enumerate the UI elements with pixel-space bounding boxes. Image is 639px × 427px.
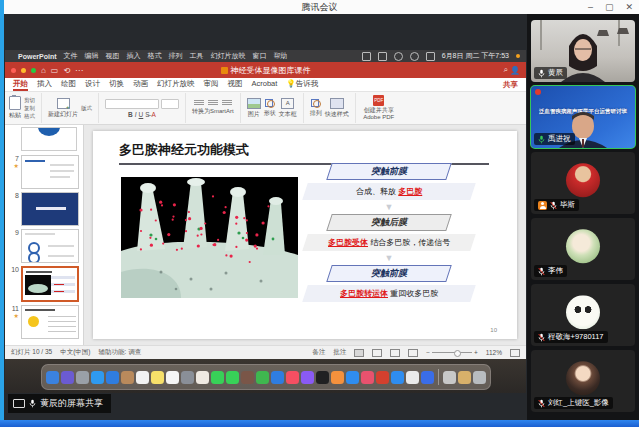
quick-styles-button[interactable]: 快速样式	[325, 98, 349, 119]
mac-menu-插入[interactable]: 插入	[127, 51, 141, 61]
reading-view-icon[interactable]	[390, 349, 400, 357]
mac-app-name[interactable]: PowerPoint	[18, 53, 57, 60]
photo-booth-dock-icon[interactable]	[241, 371, 254, 384]
adobe-pdf-button[interactable]: PDF 创建并共享 Adobe PDF	[362, 95, 396, 121]
format-painter-button[interactable]: 格式	[24, 113, 35, 120]
insert-picture-button[interactable]: 图片	[247, 98, 261, 119]
mac-menu-工具[interactable]: 工具	[190, 51, 204, 61]
fit-slide-icon[interactable]	[510, 349, 520, 357]
notes-dock-icon[interactable]	[151, 371, 164, 384]
control-center-icon[interactable]	[426, 52, 435, 61]
participant-tile-2[interactable]: 泛血管疾病超声医学平台运营研讨班 禹进祝	[531, 86, 635, 148]
chrome-dock-icon[interactable]	[406, 371, 419, 384]
accessibility-indicator[interactable]: 辅助功能: 调查	[99, 348, 142, 357]
slide-thumbnail-9[interactable]: 9	[9, 229, 79, 263]
bold-button[interactable]: B	[128, 111, 133, 118]
podcasts-dock-icon[interactable]	[301, 371, 314, 384]
ppt-tab-视图[interactable]: 视图	[228, 79, 243, 91]
bullet-list-icon[interactable]	[194, 100, 204, 105]
strikethrough-button[interactable]: S̶	[145, 111, 149, 118]
numbered-list-icon[interactable]	[208, 100, 218, 105]
menubar-datetime[interactable]: 6月8日 周二 下午7:53	[442, 51, 509, 61]
new-slide-button[interactable]: 新建幻灯片	[48, 98, 78, 119]
screen-mirroring-icon[interactable]	[362, 52, 371, 61]
copy-button[interactable]: 复制	[24, 105, 35, 112]
mac-menu-文件[interactable]: 文件	[64, 51, 78, 61]
align-icon[interactable]	[222, 100, 232, 105]
ppt-share-button[interactable]: 共享	[503, 80, 518, 90]
language-indicator[interactable]: 中文(中国)	[60, 348, 90, 357]
insert-shape-button[interactable]: 形状	[264, 99, 276, 118]
finder-dock-icon[interactable]	[46, 371, 59, 384]
zoom-percentage[interactable]: 112%	[486, 349, 502, 356]
music-dock-icon[interactable]	[286, 371, 299, 384]
mac-menu-帮助[interactable]: 帮助	[274, 51, 288, 61]
current-slide[interactable]: 多巴胺神经元功能模式	[93, 131, 517, 339]
ppt-tab-动画[interactable]: 动画	[133, 79, 148, 91]
mail-dock-icon[interactable]	[106, 371, 119, 384]
messages-dock-icon[interactable]	[211, 371, 224, 384]
normal-view-icon[interactable]	[354, 349, 364, 357]
comments-button[interactable]: 批注	[333, 348, 346, 357]
slideshow-view-icon[interactable]	[408, 349, 418, 357]
underline-button[interactable]: U	[139, 111, 144, 118]
smartart-button[interactable]: 转换为SmartArt	[192, 107, 234, 116]
insert-textbox-button[interactable]: A 文本框	[279, 98, 297, 119]
tencent-meeting-dock-icon[interactable]	[391, 371, 404, 384]
participant-tile-1[interactable]: 黄辰	[531, 20, 635, 82]
slide-thumbnail-panel[interactable]: 7★ 8 9	[5, 125, 84, 345]
mac-menu-幻灯片放映[interactable]: 幻灯片放映	[211, 51, 246, 61]
participant-tile-3[interactable]: 毕斯	[531, 152, 635, 214]
ppt-tab-设计[interactable]: 设计	[85, 79, 100, 91]
system-preferences-dock-icon[interactable]	[181, 371, 194, 384]
zoom-slider[interactable]: −+	[426, 349, 478, 356]
participant-tile-5[interactable]: 程敬海+9780117	[531, 284, 635, 346]
launchpad-dock-icon[interactable]	[76, 371, 89, 384]
reminders-dock-icon[interactable]	[166, 371, 179, 384]
contacts-dock-icon[interactable]	[121, 371, 134, 384]
close-button[interactable]: ✕	[625, 2, 633, 12]
maximize-button[interactable]: ▢	[605, 2, 614, 12]
keynote-dock-icon[interactable]	[271, 371, 284, 384]
font-color-button[interactable]: A	[152, 111, 156, 118]
facetime-dock-icon[interactable]	[226, 371, 239, 384]
apple-tv-dock-icon[interactable]	[316, 371, 329, 384]
document-stack-dock-icon[interactable]	[443, 371, 456, 384]
font-size-input[interactable]	[161, 99, 179, 109]
ppt-titlebar[interactable]: ⌂ ▭ ⟲ ⋯ 神经受体显像图库课件 ⌕ 👤	[5, 62, 526, 78]
ppt-tab-绘图[interactable]: 绘图	[61, 79, 76, 91]
meeting-titlebar[interactable]: 腾讯会议 – ▢ ✕	[0, 0, 639, 14]
minimize-button[interactable]: –	[588, 2, 593, 12]
slide-sorter-view-icon[interactable]	[372, 349, 382, 357]
share-person-icon[interactable]: 👤	[510, 66, 520, 75]
slide-editing-area[interactable]: 多巴胺神经元功能模式	[84, 125, 526, 345]
ppt-tab-告诉我[interactable]: 💡告诉我	[286, 79, 318, 91]
trash-dock-icon[interactable]	[473, 371, 486, 384]
game-center-dock-icon[interactable]	[361, 371, 374, 384]
participant-tile-6[interactable]: 刘红_上键医_影像	[531, 350, 635, 412]
siri-dock-icon[interactable]	[61, 371, 74, 384]
books-dock-icon[interactable]	[331, 371, 344, 384]
calendar-dock-icon[interactable]	[136, 371, 149, 384]
photos-dock-icon[interactable]	[196, 371, 209, 384]
numbers-dock-icon[interactable]	[256, 371, 269, 384]
wifi-icon[interactable]	[394, 52, 403, 61]
slide-thumbnail-8[interactable]: 8	[9, 192, 79, 226]
ppt-tab-切换[interactable]: 切换	[109, 79, 124, 91]
arrange-button[interactable]: 排列	[310, 99, 322, 118]
search-icon[interactable]	[410, 52, 419, 61]
notes-button[interactable]: 备注	[312, 348, 325, 357]
preview-window-dock-icon[interactable]	[458, 371, 471, 384]
word-dock-icon[interactable]	[376, 371, 389, 384]
mac-menu-编辑[interactable]: 编辑	[85, 51, 99, 61]
mac-dock[interactable]	[41, 364, 491, 390]
ppt-tab-审阅[interactable]: 审阅	[204, 79, 219, 91]
ppt-tab-Acrobat[interactable]: Acrobat	[252, 79, 278, 91]
input-method-icon[interactable]	[378, 52, 387, 61]
paste-button[interactable]: 粘贴	[9, 96, 21, 120]
mac-menu-视图[interactable]: 视图	[106, 51, 120, 61]
safari-dock-icon[interactable]	[91, 371, 104, 384]
font-name-input[interactable]	[105, 99, 159, 109]
search-magnifier-icon[interactable]: ⌕	[504, 65, 508, 75]
italic-button[interactable]: I	[135, 111, 137, 118]
